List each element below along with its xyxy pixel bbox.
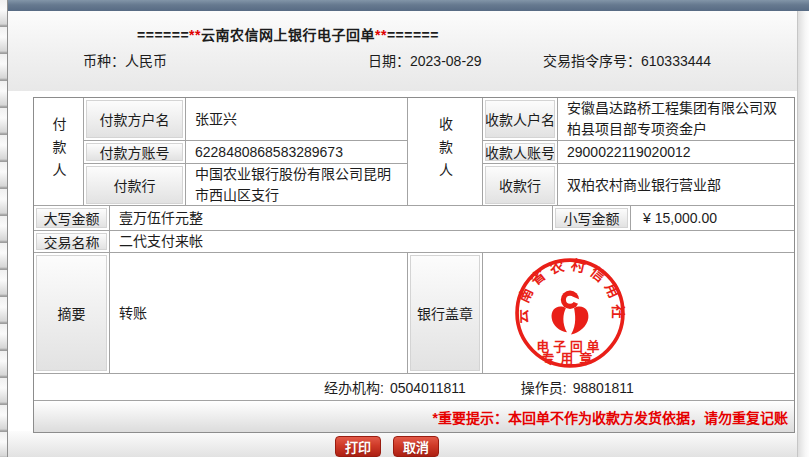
payer-account-row: 付款方账号 6228480868583289673: [84, 141, 407, 164]
amount-words-label: 大写金额: [34, 206, 110, 230]
seal-logo-icon: [552, 291, 589, 335]
summary-value: 转账: [110, 253, 408, 373]
payer-bank-label: 付款行: [84, 164, 186, 206]
operator-label: 操作员:: [521, 380, 567, 396]
payer-title-text: 付款人: [52, 117, 66, 186]
amount-figures-value: ¥ 15,000.00: [631, 206, 794, 230]
title-text: 云南农信网上银行电子回单: [201, 27, 375, 43]
receipt-table: 付款人 付款方户名 张亚兴 付款方账号 6228480868583289673 …: [33, 97, 795, 433]
agency-field: 经办机构:0504011811: [324, 377, 466, 397]
sequence-label: 交易指令序号：: [543, 53, 641, 69]
footer-row: 经办机构:0504011811 操作员:98801811: [34, 374, 794, 401]
operator-field: 操作员:98801811: [521, 377, 634, 397]
date-value: 2023-08-29: [410, 53, 482, 69]
payee-bank-label: 收款行: [483, 164, 558, 206]
payer-bank-row: 付款行 中国农业银行股份有限公司昆明市西山区支行: [84, 164, 407, 206]
cancel-button[interactable]: 取消: [393, 436, 439, 457]
currency-label: 币种：: [83, 53, 125, 69]
title-decoration-right: ======: [387, 27, 439, 43]
payer-section-title: 付款人: [34, 98, 84, 205]
bank-seal: 云南省农村信用社 电子回单 专用章: [513, 256, 627, 370]
bank-seal-label: 银行盖章: [408, 253, 483, 373]
transaction-name-label: 交易名称: [34, 231, 110, 252]
agency-label: 经办机构:: [324, 380, 384, 396]
transaction-name-row: 交易名称 二代支付来帐: [34, 231, 794, 253]
payer-bank-value: 中国农业银行股份有限公司昆明市西山区支行: [186, 164, 407, 206]
footer-content: 经办机构:0504011811 操作员:98801811: [34, 374, 794, 400]
payee-fields: 收款人户名 安徽昌达路桥工程集团有限公司双柏县项目部专项资金户 收款人账号 29…: [483, 98, 794, 205]
agency-value: 0504011811: [390, 380, 466, 396]
payer-name-row: 付款方户名 张亚兴: [84, 98, 407, 141]
payee-account-row: 收款人账号 2900022119020012: [483, 141, 794, 164]
payee-account-label: 收款人账号: [483, 141, 558, 163]
notice-row: *重要提示：本回单不作为收款方发货依据，请勿重复记账: [34, 401, 794, 432]
payer-account-label: 付款方账号: [84, 141, 186, 163]
seal-text-line2: 专用章: [542, 351, 598, 366]
payee-name-value: 安徽昌达路桥工程集团有限公司双柏县项目部专项资金户: [558, 98, 793, 140]
title-star-right: **: [375, 27, 387, 43]
summary-row: 摘要 转账 银行盖章 云南省农村信用社 电子回单 专用章: [34, 253, 794, 374]
right-edge-strip: [797, 11, 809, 457]
title-star-left: **: [189, 27, 201, 43]
currency-field: 币种：人民币: [83, 50, 167, 70]
payee-title-text: 收款人: [438, 117, 452, 186]
important-notice: *重要提示：本回单不作为收款方发货依据，请勿重复记账: [34, 401, 794, 432]
title-decoration-left: ======: [137, 27, 189, 43]
date-label: 日期：: [368, 53, 410, 69]
sequence-value: 610333444: [641, 53, 711, 69]
payee-account-value: 2900022119020012: [558, 141, 793, 163]
date-field: 日期：2023-08-29: [368, 50, 482, 70]
currency-value: 人民币: [125, 53, 167, 69]
amount-figures-label: 小写金额: [553, 206, 631, 230]
operator-value: 98801811: [573, 380, 634, 396]
action-buttons: 打印 取消: [287, 436, 487, 457]
party-rows: 付款人 付款方户名 张亚兴 付款方账号 6228480868583289673 …: [34, 98, 794, 206]
bank-seal-cell: 云南省农村信用社 电子回单 专用章: [483, 253, 794, 373]
print-button[interactable]: 打印: [335, 436, 381, 457]
payer-name-label: 付款方户名: [84, 98, 186, 140]
payee-bank-row: 收款行 双柏农村商业银行营业部: [483, 164, 794, 206]
payee-name-label: 收款人户名: [483, 98, 558, 140]
summary-label: 摘要: [34, 253, 110, 373]
payer-account-value: 6228480868583289673: [186, 141, 407, 163]
payer-fields: 付款方户名 张亚兴 付款方账号 6228480868583289673 付款行 …: [84, 98, 408, 205]
seal-arc-text: 云南省农村信用社: [514, 256, 627, 324]
sequence-field: 交易指令序号：610333444: [543, 50, 711, 70]
svg-text:云南省农村信用社: 云南省农村信用社: [514, 256, 627, 324]
transaction-name-value: 二代支付来帐: [110, 231, 794, 252]
left-edge-strip: [0, 0, 8, 457]
amount-row: 大写金额 壹万伍仟元整 小写金额 ¥ 15,000.00: [34, 206, 794, 231]
receipt-title: ======**云南农信网上银行电子回单**======: [8, 24, 568, 44]
payer-name-value: 张亚兴: [186, 98, 407, 140]
payee-section-title: 收款人: [408, 98, 483, 205]
payee-bank-value: 双柏农村商业银行营业部: [558, 164, 793, 206]
amount-words-value: 壹万伍仟元整: [110, 206, 553, 230]
payee-name-row: 收款人户名 安徽昌达路桥工程集团有限公司双柏县项目部专项资金户: [483, 98, 794, 141]
